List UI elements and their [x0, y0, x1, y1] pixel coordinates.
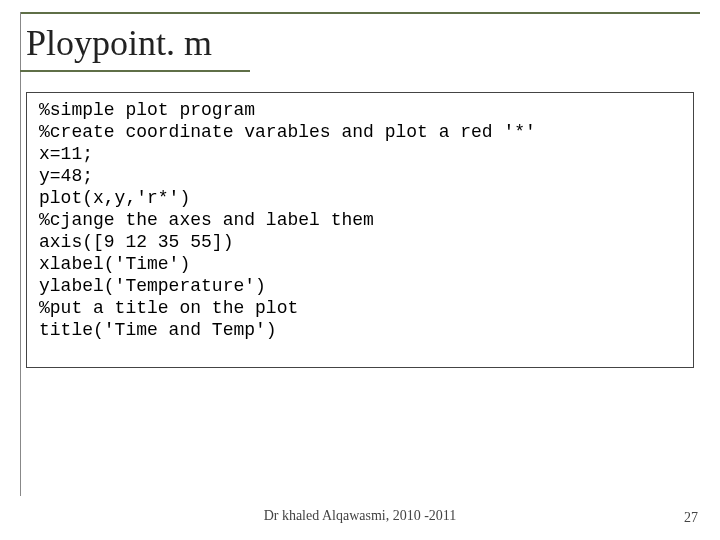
top-rule — [20, 12, 700, 14]
code-line: %put a title on the plot — [39, 298, 298, 318]
page-number: 27 — [684, 510, 698, 526]
code-line: title('Time and Temp') — [39, 320, 277, 340]
code-line: plot(x,y,'r*') — [39, 188, 190, 208]
code-line: %cjange the axes and label them — [39, 210, 374, 230]
code-line: y=48; — [39, 166, 93, 186]
footer-text: Dr khaled Alqawasmi, 2010 -2011 — [0, 508, 720, 524]
code-line: x=11; — [39, 144, 93, 164]
code-block: %simple plot program %create coordinate … — [26, 92, 694, 368]
code-line: axis([9 12 35 55]) — [39, 232, 233, 252]
slide-title: Ploypoint. m — [26, 22, 212, 64]
slide: Ploypoint. m %simple plot program %creat… — [0, 0, 720, 540]
code-line: %simple plot program — [39, 100, 255, 120]
code-line: %create coordinate varables and plot a r… — [39, 122, 536, 142]
code-line: xlabel('Time') — [39, 254, 190, 274]
code-line: ylabel('Temperature') — [39, 276, 266, 296]
title-underline — [20, 70, 250, 72]
left-rule — [20, 12, 21, 496]
